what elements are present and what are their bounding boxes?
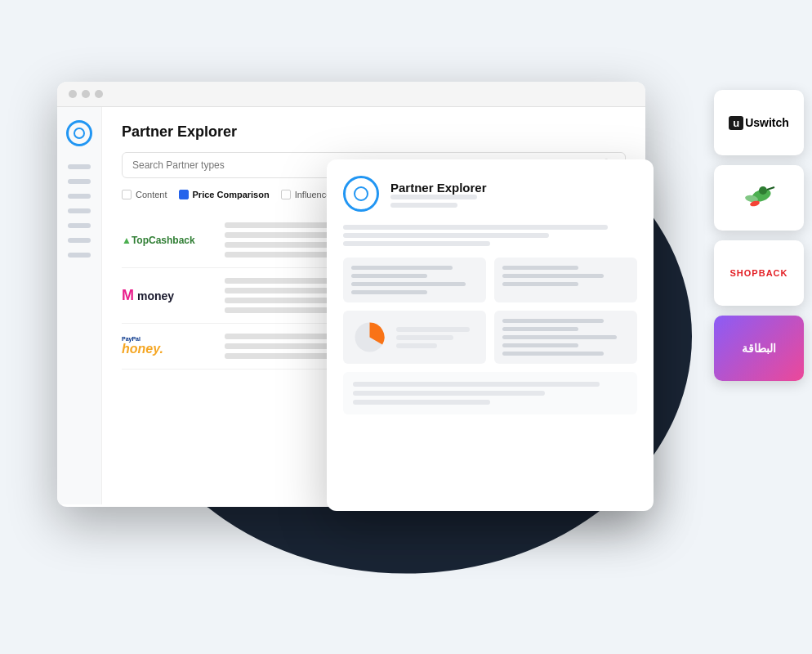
window-dot-2 xyxy=(82,90,90,98)
card-header-text: Partner Explorer xyxy=(390,181,487,208)
topcashback-logo: ▲TopCashback xyxy=(122,235,212,246)
text-sec-line-1 xyxy=(353,382,600,387)
card-line-1 xyxy=(390,195,477,199)
desc-line-2 xyxy=(343,233,549,238)
sidebar-item-1[interactable] xyxy=(68,164,91,169)
grid-cell-2 xyxy=(494,258,637,302)
text-section xyxy=(343,372,637,414)
gc2-line-2 xyxy=(502,274,604,278)
chart-line-3 xyxy=(396,343,437,348)
scene: Partner Explorer 🔍 Content Price Compari… xyxy=(0,0,812,654)
money-label: money xyxy=(137,289,174,302)
arab-card-text: البطاقة xyxy=(742,342,776,355)
card-title: Partner Explorer xyxy=(390,181,487,195)
svg-point-3 xyxy=(759,186,767,195)
window-dot-1 xyxy=(69,90,77,98)
uswitch-logo: u Uswitch xyxy=(729,116,789,130)
checkbox-price-comparison[interactable] xyxy=(179,190,189,199)
gc1-line-2 xyxy=(351,274,427,278)
money-logo: M money xyxy=(122,287,212,304)
filter-price-comparison-label: Price Comparison xyxy=(193,190,270,199)
chart-line-2 xyxy=(396,335,453,340)
card-logo-inner xyxy=(354,186,368,201)
floating-card: Partner Explorer xyxy=(327,159,654,511)
brand-card-hummingbird[interactable] xyxy=(714,165,804,231)
gc2-line-1 xyxy=(502,266,578,270)
brand-card-arab[interactable]: البطاقة xyxy=(714,316,804,381)
desc-line-3 xyxy=(343,241,490,246)
text-sec-line-3 xyxy=(353,400,490,405)
honey-paypal-label: PayPal xyxy=(122,336,141,342)
cr-line-2 xyxy=(502,327,578,331)
money-m-icon: M xyxy=(122,287,134,304)
cr-line-4 xyxy=(502,343,578,347)
card-line-2 xyxy=(390,203,457,208)
chart-line-1 xyxy=(396,327,470,332)
topcashback-logo-text: ▲TopCashback xyxy=(122,235,195,246)
card-desc-lines xyxy=(343,225,637,246)
cr-line-3 xyxy=(502,335,617,339)
card-title-lines xyxy=(390,195,487,208)
uswitch-label: Uswitch xyxy=(745,116,789,129)
gc1-line-3 xyxy=(351,282,466,286)
sidebar xyxy=(57,107,102,504)
brand-card-shopback[interactable]: ShopBack xyxy=(714,240,804,306)
honey-text: honey. xyxy=(122,342,163,356)
sidebar-logo xyxy=(66,120,92,146)
filter-price-comparison[interactable]: Price Comparison xyxy=(179,190,270,199)
app-title: Partner Explorer xyxy=(122,123,626,141)
text-sec-line-2 xyxy=(353,391,545,396)
sidebar-item-7[interactable] xyxy=(68,253,91,258)
chart-section xyxy=(343,311,637,364)
filter-content[interactable]: Content xyxy=(122,190,167,199)
shopback-logo-text: ShopBack xyxy=(730,268,788,278)
uswitch-u-badge: u xyxy=(729,116,743,130)
gc1-line-1 xyxy=(351,266,453,270)
cr-line-1 xyxy=(502,319,604,323)
chart-cell xyxy=(343,311,486,364)
right-cards: u Uswitch ShopBack البطاقة xyxy=(714,90,804,381)
desc-line-1 xyxy=(343,225,608,230)
card-logo-circle xyxy=(343,176,379,212)
sidebar-item-6[interactable] xyxy=(68,238,91,243)
sidebar-item-3[interactable] xyxy=(68,194,91,199)
chart-text-lines xyxy=(396,327,478,348)
card-grid xyxy=(343,258,637,302)
chart-right-cell xyxy=(494,311,637,364)
sidebar-item-2[interactable] xyxy=(68,179,91,184)
sidebar-item-5[interactable] xyxy=(68,223,91,228)
pie-chart xyxy=(351,319,388,356)
cr-line-5 xyxy=(502,352,604,356)
checkbox-influencers[interactable] xyxy=(281,190,291,199)
honey-logo: PayPal honey. xyxy=(122,336,212,356)
window-dot-3 xyxy=(95,90,103,98)
browser-titlebar xyxy=(57,82,645,107)
honey-logo-group: PayPal honey. xyxy=(122,336,163,356)
money-logo-text: M money xyxy=(122,287,174,304)
card-header: Partner Explorer xyxy=(343,176,637,212)
gc1-line-4 xyxy=(351,290,427,294)
filter-content-label: Content xyxy=(136,190,167,199)
sidebar-item-4[interactable] xyxy=(68,208,91,213)
sidebar-logo-inner xyxy=(74,128,85,139)
hummingbird-icon xyxy=(738,177,779,218)
gc2-line-3 xyxy=(502,282,578,286)
checkbox-content[interactable] xyxy=(122,190,132,199)
svg-line-5 xyxy=(767,187,774,190)
grid-cell-1 xyxy=(343,258,486,302)
brand-card-uswitch[interactable]: u Uswitch xyxy=(714,90,804,155)
